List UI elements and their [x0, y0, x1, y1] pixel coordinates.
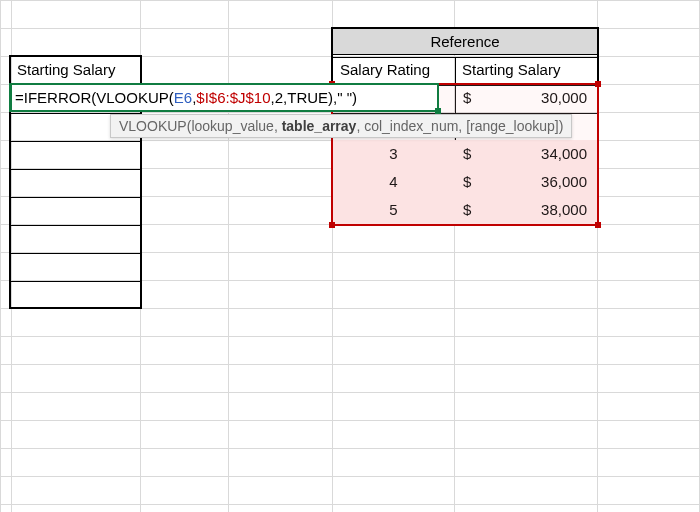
hint-p1[interactable]: lookup_value	[191, 118, 274, 134]
range-handle-br[interactable]	[595, 222, 601, 228]
function-hint-tooltip[interactable]: VLOOKUP(lookup_value, table_array, col_i…	[110, 114, 572, 138]
left-table-header: Starting Salary	[12, 56, 139, 83]
hint-p2[interactable]: table_array	[282, 118, 357, 134]
reference-title-cell: Reference	[332, 28, 598, 55]
reference-title: Reference	[430, 33, 499, 50]
formula-text: =IFERROR(VLOOKUP(E6,$I$6:$J$10,2,TRUE),"…	[15, 89, 357, 106]
hint-p3[interactable]: col_index_num	[364, 118, 458, 134]
hint-p4[interactable]: [range_lookup]	[466, 118, 559, 134]
formula-edit-cell[interactable]: =IFERROR(VLOOKUP(E6,$I$6:$J$10,2,TRUE),"…	[9, 83, 439, 112]
hint-fn[interactable]: VLOOKUP	[119, 118, 187, 134]
range-handle-bl[interactable]	[329, 222, 335, 228]
left-starting-salary-label: Starting Salary	[17, 61, 115, 78]
range-handle-tr[interactable]	[595, 81, 601, 87]
reference-col2-header: Starting Salary	[457, 56, 599, 83]
edit-caret	[9, 83, 12, 112]
spreadsheet-sheet[interactable]: Starting Salary Reference Salary Rating …	[0, 0, 700, 512]
reference-col1-header: Salary Rating	[335, 56, 454, 83]
